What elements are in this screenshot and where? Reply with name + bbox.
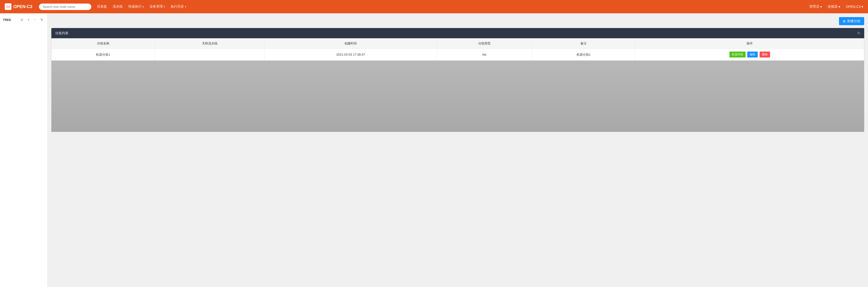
add-icon[interactable]: ＋: [26, 17, 31, 22]
sidebar-header: TREE ⊙ ＋ － ↻: [0, 16, 47, 24]
col-create-time: 创建时间: [265, 38, 437, 49]
nav-quick-exec[interactable]: 快速执行 ▾: [128, 4, 144, 9]
header-right: 管理员 ▾ 连接器 ▾ OPEN-C3 ▾: [809, 4, 863, 9]
cell-actions: 机器列表 编辑 删除: [635, 49, 864, 61]
main-layout: TREE ⊙ ＋ － ↻ ⊞ 新建分批 分批列表 ↻: [0, 13, 868, 287]
new-batch-icon: ⊞: [843, 19, 846, 23]
nav-exec-history-arrow: ▾: [185, 5, 186, 8]
nav-pipeline-label: 流水线: [113, 4, 123, 9]
admin-label: 管理员: [809, 4, 819, 9]
connector-label: 连接器: [828, 4, 838, 9]
edit-button[interactable]: 编辑: [747, 52, 758, 58]
nav-biz-mgmt[interactable]: 业务管理 ▾: [150, 4, 165, 9]
minus-icon[interactable]: －: [33, 17, 38, 22]
logo-text: OPEN-C3: [13, 4, 32, 9]
connector-menu[interactable]: 连接器 ▾: [828, 4, 840, 9]
table-body: 机器分批1 2021-02-03 17:38:37 list 机器分批1 机器列…: [52, 49, 864, 61]
refresh-icon[interactable]: ↻: [39, 17, 44, 22]
machine-list-button[interactable]: 机器列表: [730, 52, 746, 58]
table-title: 分批列表: [55, 31, 68, 35]
nav-pipeline[interactable]: 流水线: [113, 4, 123, 9]
search-input[interactable]: [39, 4, 91, 10]
table-row: 机器分批1 2021-02-03 17:38:37 list 机器分批1 机器列…: [52, 49, 864, 61]
col-actions: 操作: [635, 38, 864, 49]
open-c3-arrow: ▾: [862, 5, 863, 8]
logo-icon: C3: [5, 3, 11, 10]
sidebar-toolbar: ⊙ ＋ － ↻: [19, 17, 44, 22]
table-refresh-icon[interactable]: ↻: [857, 31, 860, 35]
nav-biz-mgmt-arrow: ▾: [164, 5, 165, 8]
new-batch-button[interactable]: ⊞ 新建分批: [839, 17, 864, 25]
delete-button[interactable]: 删除: [760, 52, 770, 58]
nav-quick-exec-label: 快速执行: [128, 4, 142, 9]
col-pipeline: 关联流水线: [155, 38, 265, 49]
nav-dashboard[interactable]: 仪表盘: [97, 4, 107, 9]
location-icon[interactable]: ⊙: [19, 17, 25, 22]
open-c3-label: OPEN-C3: [846, 5, 861, 8]
table-head: 分组名称 关联流水线 创建时间 分组类型 备注 操作: [52, 38, 864, 49]
connector-arrow: ▾: [839, 5, 840, 8]
new-batch-wrapper: ⊞ 新建分批: [51, 17, 864, 25]
table-header-row: 分组名称 关联流水线 创建时间 分组类型 备注 操作: [52, 38, 864, 49]
cell-remark: 机器分批1: [532, 49, 635, 61]
gray-area: [51, 61, 864, 132]
sidebar-title: TREE: [3, 18, 11, 22]
logo-icon-text: C3: [6, 5, 10, 8]
cell-group-type: list: [437, 49, 532, 61]
col-group-type: 分组类型: [437, 38, 532, 49]
cell-group-name: 机器分批1: [52, 49, 155, 61]
nav-exec-history-label: 执行历史: [170, 4, 184, 9]
main-header: C3 OPEN-C3 仪表盘 流水线 快速执行 ▾ 业务管理 ▾ 执行历史 ▾ …: [0, 0, 868, 13]
batch-list-card: 分批列表 ↻ 分组名称 关联流水线 创建时间 分组类型 备注 操作: [51, 28, 864, 61]
nav-biz-mgmt-label: 业务管理: [150, 4, 163, 9]
cell-pipeline: [155, 49, 265, 61]
admin-menu[interactable]: 管理员 ▾: [809, 4, 822, 9]
nav-exec-history[interactable]: 执行历史 ▾: [170, 4, 186, 9]
admin-arrow: ▾: [820, 5, 822, 8]
nav-quick-exec-arrow: ▾: [143, 5, 144, 8]
cell-create-time: 2021-02-03 17:38:37: [265, 49, 437, 61]
sidebar: TREE ⊙ ＋ － ↻: [0, 13, 48, 287]
table-card-header: 分批列表 ↻: [51, 28, 864, 38]
batch-table: 分组名称 关联流水线 创建时间 分组类型 备注 操作 机器分批1 2021-02…: [51, 38, 864, 61]
main-nav: 仪表盘 流水线 快速执行 ▾ 业务管理 ▾ 执行历史 ▾: [97, 4, 804, 9]
col-group-name: 分组名称: [52, 38, 155, 49]
nav-dashboard-label: 仪表盘: [97, 4, 107, 9]
col-remark: 备注: [532, 38, 635, 49]
logo: C3 OPEN-C3: [5, 3, 33, 10]
new-batch-label: 新建分批: [847, 19, 860, 23]
open-c3-menu[interactable]: OPEN-C3 ▾: [846, 5, 863, 8]
main-content: ⊞ 新建分批 分批列表 ↻ 分组名称 关联流水线 创建时间 分组类型 备注 操作: [48, 13, 868, 287]
